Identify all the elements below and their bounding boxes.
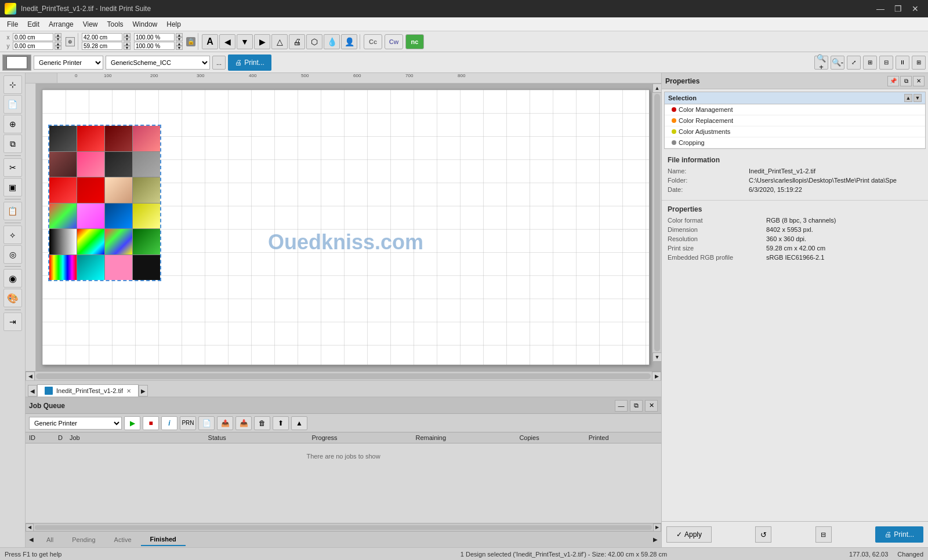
more-options-button[interactable]: ... (212, 56, 226, 70)
node-tool-button[interactable]: ⟡ (3, 226, 22, 244)
h-scroll-track[interactable] (36, 373, 651, 379)
flip-h-button[interactable]: ◀ (219, 34, 235, 49)
file-tab[interactable]: Inedit_PrintTest_v1-2.tif ✕ (37, 384, 139, 397)
nc-icon[interactable]: nc (405, 34, 424, 49)
menu-tools[interactable]: Tools (103, 19, 128, 30)
reset-button[interactable]: ⊟ (815, 526, 832, 543)
jq-h-scrollbar[interactable]: ◀ ▶ (26, 523, 661, 531)
panel-pin-button[interactable]: 📌 (887, 76, 899, 86)
zoom-in-button[interactable]: 🔍+ (814, 56, 828, 70)
jq-up-button[interactable]: ▲ (291, 416, 307, 430)
tab-next-button[interactable]: ▶ (139, 385, 148, 397)
printer-select[interactable]: Generic Printer (34, 56, 103, 70)
w-spinner[interactable]: ▲ ▼ (124, 33, 130, 41)
color-button[interactable]: ◉ (3, 269, 22, 288)
jq-close-button[interactable]: ✕ (645, 400, 658, 412)
x-spinner[interactable]: ▲ ▼ (55, 33, 61, 41)
tab-close-button[interactable]: ✕ (126, 388, 131, 394)
jq-minimize-button[interactable]: — (615, 400, 628, 412)
jq-scroll-right[interactable]: ▶ (653, 523, 661, 532)
zoom-out-button[interactable]: 🔍- (831, 56, 844, 70)
layers-button[interactable]: ⧉ (3, 134, 22, 153)
scroll-left-button[interactable]: ◀ (26, 372, 35, 381)
jq-clear-button[interactable]: ⬆ (273, 416, 289, 430)
apply-button[interactable]: ✓ Apply (666, 526, 712, 543)
jq-export-button[interactable]: 📤 (217, 416, 233, 430)
jq-doc-button[interactable]: 📄 (198, 416, 215, 430)
cw-icon[interactable]: Cw (385, 34, 403, 49)
v-scroll-track[interactable] (654, 94, 660, 351)
jq-prn-button[interactable]: PRN (180, 416, 196, 430)
scale-h-input[interactable] (134, 42, 175, 50)
height-input[interactable] (82, 42, 122, 50)
vertical-scrollbar[interactable]: ▲ ▼ (652, 83, 661, 362)
flip-v-up-button[interactable]: ▶ (254, 34, 270, 49)
restore-button[interactable]: ❒ (890, 3, 906, 14)
transform-button[interactable]: ⬡ (306, 34, 322, 49)
tab-prev-button[interactable]: ◀ (28, 385, 37, 397)
tree-item-color-replacement[interactable]: Color Replacement (665, 115, 925, 126)
profile-button[interactable]: 👤 (341, 34, 357, 49)
transform-tool-button[interactable]: ⊕ (3, 115, 22, 133)
panel-float-button[interactable]: ⧉ (900, 76, 912, 86)
jq-delete-button[interactable]: 🗑 (254, 416, 270, 430)
grid-button[interactable]: ⊞ (912, 56, 926, 70)
sw-spinner[interactable]: ▲ ▼ (176, 33, 183, 41)
clipboard-button[interactable]: 📋 (3, 202, 22, 220)
menu-edit[interactable]: Edit (23, 19, 44, 30)
lock-icon[interactable]: 🔒 (186, 37, 195, 46)
flip-v-down-button[interactable]: ▼ (237, 34, 253, 49)
print-button[interactable]: 🖨 Print... (228, 54, 271, 71)
cut-tool-button[interactable]: ✂ (3, 158, 22, 177)
scale-w-input[interactable] (134, 33, 175, 41)
jq-play-button[interactable]: ▶ (124, 416, 140, 430)
print-tool-button[interactable]: 🖨 (289, 34, 305, 49)
pause-button[interactable]: ⏸ (896, 56, 909, 70)
zoom-actual-button[interactable]: ⊞ (863, 56, 877, 70)
canvas-image[interactable] (48, 125, 161, 281)
tab-all[interactable]: All (37, 534, 63, 546)
import-button[interactable]: ⇥ (3, 312, 22, 331)
menu-help[interactable]: Help (162, 19, 186, 30)
panel-close-button[interactable]: ✕ (913, 76, 925, 86)
width-input[interactable] (82, 33, 122, 41)
horizontal-scrollbar[interactable]: ◀ ▶ (26, 371, 661, 380)
zoom-custom-button[interactable]: ⊟ (879, 56, 893, 70)
x-input[interactable] (13, 33, 53, 41)
tree-item-cropping[interactable]: Cropping (665, 137, 925, 148)
tree-item-color-management[interactable]: Color Management (665, 104, 925, 115)
panel-print-button[interactable]: 🖨 Print... (875, 526, 923, 543)
y-spinner[interactable]: ▲ ▼ (55, 42, 61, 50)
canvas-scroll[interactable]: Ouedkniss.com ▲ ▼ (36, 83, 661, 371)
scroll-up-button[interactable]: ▲ (652, 83, 661, 93)
tree-item-color-adjustments[interactable]: Color Adjustments (665, 126, 925, 137)
menu-window[interactable]: Window (128, 19, 162, 30)
crop-tool-button[interactable]: ▣ (3, 178, 22, 197)
tab-active[interactable]: Active (105, 534, 141, 546)
contour-button[interactable]: ◎ (3, 245, 22, 264)
scheme-select[interactable]: GenericScheme_ICC (106, 56, 210, 70)
scroll-down-button[interactable]: ▼ (652, 352, 661, 362)
menu-arrange[interactable]: Arrange (44, 19, 78, 30)
jq-float-button[interactable]: ⧉ (630, 400, 643, 412)
close-button[interactable]: ✕ (907, 3, 923, 14)
minimize-button[interactable]: — (872, 3, 889, 14)
jq-tab-prev[interactable]: ◀ (26, 532, 37, 548)
jq-stop-button[interactable]: ■ (143, 416, 159, 430)
text-tool-button[interactable]: A (202, 34, 218, 49)
palette-button[interactable]: 🎨 (3, 289, 22, 307)
tab-finished[interactable]: Finished (141, 533, 186, 546)
tree-scroll-down[interactable]: ▼ (913, 94, 922, 102)
y-input[interactable] (13, 42, 53, 50)
sh-spinner[interactable]: ▲ ▼ (176, 42, 183, 50)
drop-button[interactable]: 💧 (324, 34, 340, 49)
zoom-fit-button[interactable]: ⤢ (847, 56, 861, 70)
undo-button[interactable]: ↺ (755, 526, 771, 543)
jq-printer-select[interactable]: Generic Printer (29, 417, 122, 430)
jq-tab-next[interactable]: ▶ (650, 532, 661, 548)
rotate-button[interactable]: △ (271, 34, 288, 49)
page-tool-button[interactable]: 📄 (3, 95, 22, 114)
scroll-right-button[interactable]: ▶ (652, 372, 661, 381)
cc-icon[interactable]: Cc (364, 34, 382, 49)
menu-file[interactable]: File (2, 19, 23, 30)
